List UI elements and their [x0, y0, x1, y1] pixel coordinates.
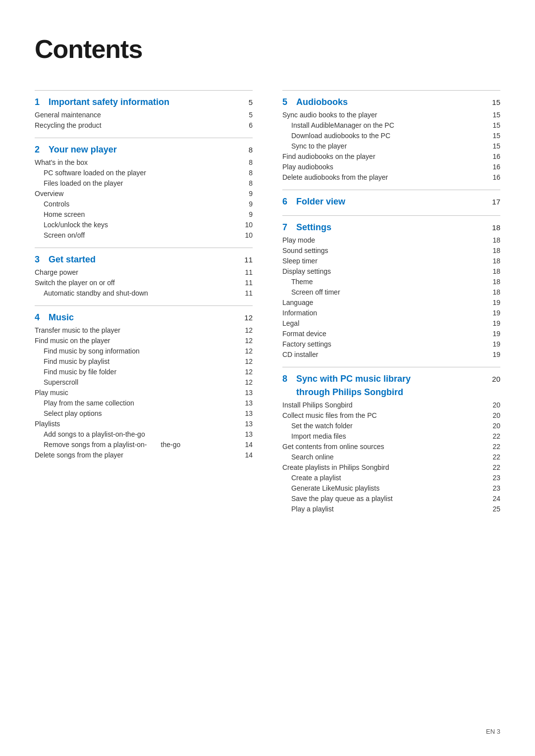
entry-row: Delete audiobooks from the player16 [282, 172, 500, 183]
entry-row: Generate LikeMusic playlists23 [282, 483, 500, 494]
section-header-row: 5Audiobooks15 [282, 96, 500, 109]
entry-row: Install AudibleManager on the PC15 [282, 120, 500, 131]
entry-page-number: 13 [241, 429, 253, 440]
entry-label: Sound settings [282, 246, 328, 256]
entry-page-number: 8 [241, 157, 253, 168]
entry-row: Theme18 [282, 277, 500, 287]
entry-page-number: 12 [241, 346, 253, 356]
entry-page-number: 15 [488, 110, 500, 120]
entry-label: Screen on/off [35, 230, 85, 241]
entry-row: Screen on/off10 [35, 230, 253, 241]
entry-page-number: 12 [241, 356, 253, 367]
entry-page-number: 18 [488, 235, 500, 246]
entry-page-number: 14 [241, 450, 253, 460]
entry-row: Playlists13 [35, 419, 253, 429]
entry-page-number: 11 [241, 267, 253, 278]
section-block: 1Important safety information5General ma… [35, 90, 253, 131]
entry-row: Create playlists in Philips Songbird22 [282, 462, 500, 473]
section-header-row: 7Settings18 [282, 221, 500, 234]
section-block: 7Settings18Play mode18Sound settings18Sl… [282, 215, 500, 360]
entry-row: Find music by file folder12 [35, 367, 253, 377]
entry-label: Automatic standby and shut-down [35, 288, 148, 299]
entry-label: PC software loaded on the player [35, 168, 146, 178]
right-column: 5Audiobooks15Sync audio books to the pla… [282, 83, 500, 516]
entry-page-number: 18 [488, 256, 500, 266]
entry-row: Play from the same collection13 [35, 398, 253, 408]
entry-row: Find music on the player12 [35, 336, 253, 346]
entry-page-number: 16 [488, 172, 500, 183]
entry-row: Import media files22 [282, 431, 500, 442]
section-header-row: 8Sync with PC music librarythrough Phili… [282, 372, 500, 399]
entry-row: Recycling the product6 [35, 120, 253, 131]
entry-label: CD installer [282, 350, 318, 360]
section-page-number: 11 [241, 254, 253, 266]
entry-label: Sleep timer [282, 256, 318, 266]
entry-label: Find music by playlist [35, 356, 109, 367]
section-divider [282, 215, 500, 216]
entry-page-number: 18 [488, 266, 500, 277]
entry-row: Transfer music to the player12 [35, 325, 253, 336]
entry-row: Find music by song information12 [35, 346, 253, 356]
entry-page-number: 6 [241, 120, 253, 131]
entry-label: Set the watch folder [282, 421, 353, 431]
section-title: Folder view [296, 195, 345, 208]
entry-row: Find audiobooks on the player16 [282, 151, 500, 162]
entry-label: Overview [35, 189, 63, 199]
section-title: Get started [49, 253, 96, 266]
entry-page-number: 19 [488, 339, 500, 350]
section-divider [282, 367, 500, 367]
entry-label: Playlists [35, 419, 60, 429]
entry-label: Recycling the product [35, 120, 102, 131]
entry-label: Collect music files from the PC [282, 410, 377, 421]
section-divider [35, 305, 253, 306]
entry-row: Home screen9 [35, 209, 253, 220]
entry-label: Create playlists in Philips Songbird [282, 462, 389, 473]
entry-page-number: 9 [241, 209, 253, 220]
entry-label: Remove songs from a playlist-on- the-go [35, 440, 180, 450]
entry-row: Sleep timer18 [282, 256, 500, 266]
entry-page-number: 22 [488, 452, 500, 462]
section-number: 4 [35, 311, 44, 324]
section-header-row: 4Music12 [35, 311, 253, 324]
entry-label: Sync to the player [282, 141, 347, 151]
entry-label: Delete songs from the player [35, 450, 123, 460]
entry-label: Get contents from online sources [282, 442, 384, 452]
entry-page-number: 9 [241, 189, 253, 199]
entry-page-number: 23 [488, 473, 500, 483]
entry-page-number: 16 [488, 151, 500, 162]
entry-label: Play music [35, 388, 68, 398]
entry-row: Delete songs from the player14 [35, 450, 253, 460]
entry-row: Play a playlist25 [282, 504, 500, 514]
entry-label: Search online [282, 452, 334, 462]
entry-page-number: 13 [241, 388, 253, 398]
entry-page-number: 8 [241, 168, 253, 178]
section-number: 1 [35, 96, 44, 109]
entry-page-number: 12 [241, 325, 253, 336]
entry-label: Screen off timer [282, 287, 340, 298]
section-divider [282, 90, 500, 91]
entry-label: Language [282, 298, 313, 308]
entry-page-number: 10 [241, 220, 253, 230]
entry-row: Install Philips Songbird20 [282, 400, 500, 410]
section-divider [35, 248, 253, 248]
entry-label: Theme [282, 277, 313, 287]
entry-row: Get contents from online sources22 [282, 442, 500, 452]
entry-page-number: 15 [488, 131, 500, 141]
section-divider [35, 138, 253, 138]
left-column: 1Important safety information5General ma… [35, 83, 253, 516]
entry-label: Find music on the player [35, 336, 110, 346]
entry-row: Legal19 [282, 318, 500, 329]
entry-row: Play audiobooks16 [282, 162, 500, 172]
entry-row: Superscroll12 [35, 377, 253, 388]
entry-page-number: 10 [241, 230, 253, 241]
entry-row: Add songs to a playlist-on-the-go13 [35, 429, 253, 440]
entry-page-number: 19 [488, 308, 500, 318]
entry-label: Download audiobooks to the PC [282, 131, 390, 141]
entry-page-number: 18 [488, 246, 500, 256]
section-number: 6 [282, 195, 291, 208]
entry-row: Sync audio books to the player15 [282, 110, 500, 120]
section-block: 4Music12Transfer music to the player12Fi… [35, 305, 253, 460]
entry-label: Import media files [282, 431, 346, 442]
entry-row: Switch the player on or off11 [35, 278, 253, 288]
section-title: Sync with PC music librarythrough Philip… [296, 372, 411, 399]
